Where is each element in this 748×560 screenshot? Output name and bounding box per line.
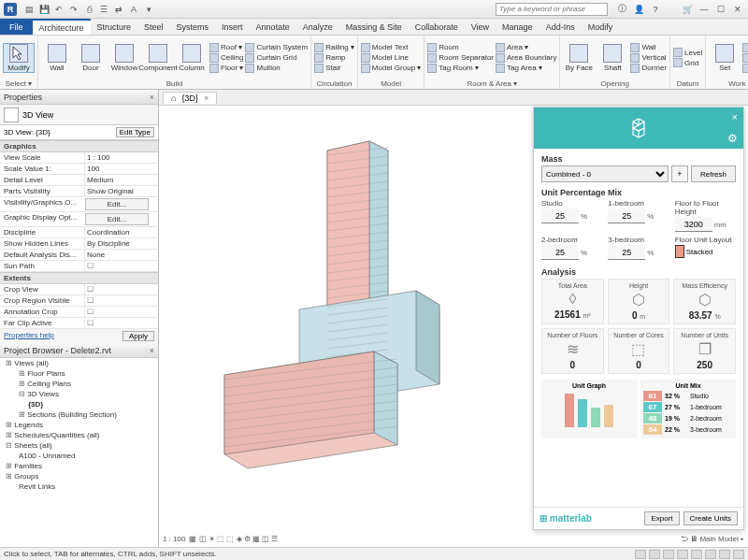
browser-item[interactable]: Ceiling Plans [0,379,158,389]
browser-item[interactable]: Schedules/Quantities (all) [0,430,158,440]
tab-collaborate[interactable]: Collaborate [409,19,465,35]
ribbon-item[interactable]: Mullion [245,64,308,73]
prop-row[interactable]: Default Analysis Dis...None [0,250,158,261]
gear-icon[interactable]: ⚙ [727,132,738,145]
browser-item[interactable]: Sheets (all) [0,440,158,451]
ribbon-item[interactable]: Show [742,43,748,52]
component-button[interactable]: Component [142,44,174,72]
tab-addins[interactable]: Add-Ins [539,19,582,35]
prop-row[interactable]: Sun Path [0,261,158,272]
browser-item[interactable]: A100 - Unnamed [0,451,158,461]
view-tab-close-icon[interactable]: × [204,93,209,103]
browser-item[interactable]: Families [0,461,158,471]
tab-manage[interactable]: Manage [496,19,539,35]
qat-sync-icon[interactable]: ⇄ [112,3,125,16]
prop-row[interactable]: Graphic Display Opt...Edit... [0,212,158,227]
browser-item[interactable]: Views (all) [0,358,158,368]
modify-button[interactable]: Modify [3,43,35,73]
signin-icon[interactable]: 👤 [632,3,645,16]
mass-select[interactable]: Combined - 0 [541,165,669,182]
prop-row[interactable]: View Scale1 : 100 [0,152,158,164]
prop-row[interactable]: DisciplineCoordination [0,227,158,238]
browser-item[interactable]: 3D Views [0,389,158,399]
apply-button[interactable]: Apply [122,331,154,341]
export-button[interactable]: Export [644,511,679,525]
browser-close-icon[interactable]: × [150,346,154,355]
column-button[interactable]: Column [176,44,208,72]
qat-undo-icon[interactable]: ↶ [52,3,65,16]
tab-structure[interactable]: Structure [91,19,138,35]
mix-input[interactable] [541,208,579,223]
qat-redo-icon[interactable]: ↷ [67,3,80,16]
qat-more-icon[interactable]: ▾ [142,3,155,16]
set-button[interactable]: Set [709,44,741,72]
tab-architecture[interactable]: Architecture [33,19,91,35]
ribbon-item[interactable]: Dormer [630,64,667,73]
ribbon-item[interactable]: Tag Area ▾ [496,64,556,73]
ribbon-item[interactable]: Wall [630,43,667,52]
door-button[interactable]: Door [75,44,107,72]
tab-annotate[interactable]: Annotate [250,19,296,35]
qat-a-icon[interactable]: A [127,3,140,16]
qat-measure-icon[interactable]: ☰ [97,3,110,16]
ribbon-item[interactable]: Model Group ▾ [361,64,421,73]
tab-steel[interactable]: Steel [137,19,170,35]
ribbon-item[interactable]: Area ▾ [496,43,556,52]
ribbon-item[interactable]: Room [427,43,494,52]
edit-type-button[interactable]: Edit Type [116,127,154,137]
type-selector[interactable]: 3D View [0,105,158,125]
tab-modify[interactable]: Modify [582,19,620,35]
tab-systems[interactable]: Systems [170,19,216,35]
ribbon-item[interactable]: Stair [314,64,354,73]
ribbon-item[interactable]: Railing ▾ [314,43,354,52]
search-box[interactable] [496,3,608,16]
tab-analyze[interactable]: Analyze [296,19,339,35]
qat-open-icon[interactable]: ▤ [22,3,36,16]
browser-item[interactable]: Legends [0,420,158,430]
ribbon-item[interactable]: Area Boundary [496,53,556,63]
ribbon-item[interactable]: Room Separator [427,53,494,63]
properties-close-icon[interactable]: × [150,93,154,102]
properties-help-link[interactable]: Properties help [4,331,54,341]
ribbon-item[interactable]: Model Line [361,53,421,63]
file-tab[interactable]: File [0,19,33,35]
browser-item[interactable]: Groups [0,471,158,481]
prop-row[interactable]: Annotation Crop [0,307,158,318]
max-icon[interactable]: ☐ [714,3,727,16]
prop-row[interactable]: Scale Value 1:100 [0,164,158,175]
view-scale[interactable]: 1 : 100 [163,535,185,543]
project-browser[interactable]: Views (all)Floor PlansCeiling Plans3D Vi… [0,358,158,547]
mix-input[interactable] [608,208,645,223]
ribbon-item[interactable]: Model Text [361,43,421,52]
qat-save-icon[interactable]: 💾 [37,3,50,16]
refresh-button[interactable]: Refresh [691,165,736,182]
info-icon[interactable]: ⓘ [615,3,628,16]
canvas[interactable]: ⌂ {3D} × [159,90,748,547]
help-icon[interactable]: ? [649,3,662,16]
browser-item[interactable]: Floor Plans [0,368,158,379]
ribbon-item[interactable]: Roof ▾ [209,43,243,52]
add-mass-button[interactable]: + [671,165,688,182]
qat-print-icon[interactable]: ⎙ [82,3,95,16]
ribbon-item[interactable]: Tag Room ▾ [427,64,494,73]
cart-icon[interactable]: 🛒 [681,3,694,16]
browser-item[interactable]: Sections (Building Section) [0,409,158,420]
create-units-button[interactable]: Create Units [683,511,738,525]
shaft-button[interactable]: Shaft [597,44,628,72]
panel-close-icon[interactable]: × [732,111,738,122]
ribbon-item[interactable]: Viewer [742,64,748,73]
tab-massingsite[interactable]: Massing & Site [339,19,409,35]
ribbon-item[interactable]: Ref Plane [742,53,748,63]
tab-view[interactable]: View [465,19,496,35]
ribbon-item[interactable]: Ceiling [209,53,243,63]
ribbon-item[interactable]: Vertical [630,53,667,63]
ribbon-item[interactable]: Ramp [314,53,354,63]
prop-row[interactable]: Far Clip Active [0,318,158,329]
view-icons[interactable]: ▦ ◫ ☀ ⬚ ⬚ ◈ ⚙ ▦ ◫ ☰ [189,535,278,543]
min-icon[interactable]: — [698,3,711,16]
prop-row[interactable]: Parts VisibilityShow Original [0,186,158,197]
prop-row[interactable]: Visibility/Graphics O...Edit... [0,197,158,212]
tab-insert[interactable]: Insert [215,19,250,35]
ribbon-item[interactable]: Curtain Grid [245,53,308,63]
ribbon-item[interactable]: Grid [673,58,702,67]
